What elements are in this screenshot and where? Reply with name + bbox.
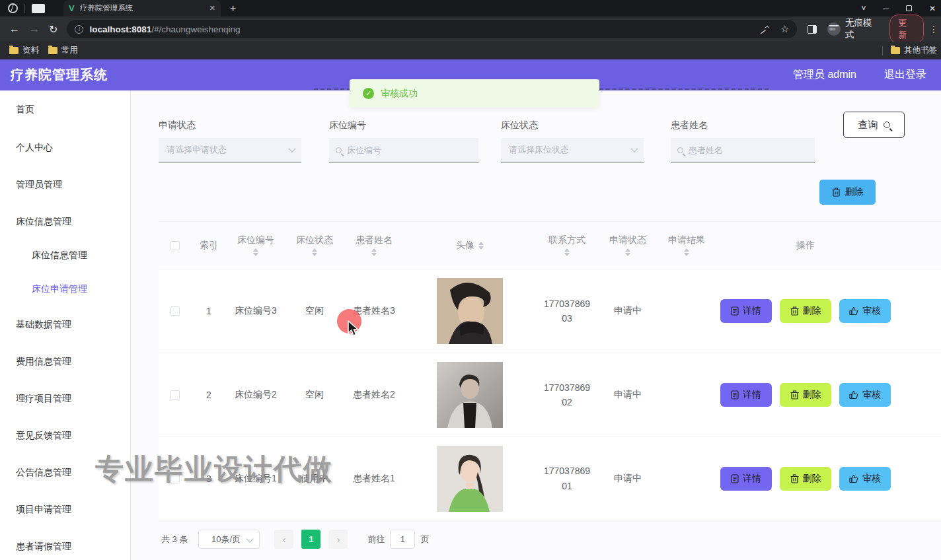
other-bookmarks[interactable]: 其他书签 bbox=[904, 45, 937, 56]
chevron-down-icon bbox=[630, 145, 638, 152]
success-check-icon: ✓ bbox=[363, 88, 374, 99]
search-icon bbox=[336, 147, 342, 153]
bed-no-input[interactable] bbox=[347, 145, 478, 155]
delete-button[interactable]: 删除 bbox=[780, 467, 831, 491]
browser-tab[interactable]: V 疗养院管理系统 ✕ bbox=[63, 0, 221, 17]
screen: V 疗养院管理系统 ✕ + ˅ ─ ✕ ← → ↻ i localhost:80… bbox=[0, 0, 941, 560]
detail-button[interactable]: 详情 bbox=[720, 383, 772, 407]
bookmark-item[interactable]: 常用 bbox=[61, 45, 78, 56]
trash-icon bbox=[832, 188, 841, 197]
goto-page-input[interactable]: 1 bbox=[390, 530, 415, 549]
address-bar[interactable]: i localhost:8081 /#/chaungweishenqing ⚊¬… bbox=[67, 20, 797, 38]
sort-icon[interactable] bbox=[684, 248, 689, 256]
new-tab-button[interactable]: + bbox=[230, 3, 236, 15]
trash-icon bbox=[790, 474, 799, 483]
window-menu-icon[interactable]: ˅ bbox=[861, 4, 866, 13]
browser-logo-icon[interactable] bbox=[8, 3, 18, 13]
col-avatar[interactable]: 头像 bbox=[404, 240, 535, 252]
sort-icon[interactable] bbox=[312, 248, 317, 256]
apply-status-select[interactable]: 请选择申请状态 bbox=[159, 138, 301, 162]
bookmark-item[interactable]: 资料 bbox=[22, 45, 39, 56]
sort-icon[interactable] bbox=[564, 248, 570, 256]
sidebar-item-therapy-project[interactable]: 理疗项目管理 bbox=[16, 393, 71, 405]
current-user[interactable]: 管理员 admin bbox=[793, 68, 856, 82]
prev-page-button[interactable]: ‹ bbox=[274, 530, 293, 549]
col-index[interactable]: 索引 bbox=[192, 240, 226, 252]
forward-icon[interactable]: → bbox=[29, 23, 40, 35]
review-button[interactable]: 审核 bbox=[839, 383, 891, 407]
sidebar-item-bed-apply[interactable]: 床位申请管理 bbox=[32, 283, 87, 295]
page-size-select[interactable]: 10条/页 bbox=[198, 530, 260, 549]
select-all-checkbox[interactable] bbox=[170, 241, 180, 250]
sidebar-item-bed-info[interactable]: 床位信息管理 bbox=[32, 250, 87, 262]
filter-label-bed-no: 床位编号 bbox=[329, 120, 366, 131]
delete-button[interactable]: 删除 bbox=[780, 299, 831, 323]
row-checkbox[interactable] bbox=[170, 390, 180, 400]
tab-title: 疗养院管理系统 bbox=[80, 3, 204, 13]
trash-icon bbox=[790, 306, 799, 316]
goto-label: 前往 bbox=[367, 534, 385, 545]
sidebar-item-announcement[interactable]: 公告信息管理 bbox=[16, 467, 71, 479]
tab-close-icon[interactable]: ✕ bbox=[209, 4, 215, 13]
watermark-text: 专业毕业设计代做 bbox=[95, 450, 333, 489]
password-key-icon[interactable]: ⚊¬ bbox=[757, 22, 771, 36]
patient-name-input-wrap[interactable] bbox=[671, 138, 815, 162]
avatar bbox=[437, 362, 503, 428]
window-minimize-icon[interactable]: ─ bbox=[883, 4, 889, 13]
sidebar-item-feedback[interactable]: 意见反馈管理 bbox=[16, 430, 71, 442]
browser-update-button[interactable]: 更新 bbox=[889, 15, 924, 44]
review-button[interactable]: 审核 bbox=[839, 467, 891, 491]
sidebar: 首页 个人中心 管理员管理 床位信息管理 床位信息管理 床位申请管理 基础数据管… bbox=[0, 90, 131, 560]
url-path: /#/chaungweishenqing bbox=[151, 24, 240, 34]
back-icon[interactable]: ← bbox=[9, 23, 20, 35]
browser-menu-icon[interactable]: ⋮ bbox=[929, 24, 938, 34]
col-bed-no[interactable]: 床位编号 bbox=[226, 234, 285, 256]
window-close-icon[interactable]: ✕ bbox=[929, 4, 936, 13]
review-button[interactable]: 审核 bbox=[839, 299, 891, 323]
sidebar-item-admin[interactable]: 管理员管理 bbox=[16, 179, 62, 191]
goto-suffix: 页 bbox=[420, 534, 429, 545]
table-row[interactable]: 1 床位编号3 空闲 患者姓名3 17703786903 申请中 详情 bbox=[159, 269, 941, 353]
detail-button[interactable]: 详情 bbox=[720, 299, 772, 323]
col-phone[interactable]: 联系方式 bbox=[535, 234, 599, 256]
sort-icon[interactable] bbox=[625, 248, 630, 256]
sort-icon[interactable] bbox=[371, 248, 377, 256]
site-info-icon[interactable]: i bbox=[75, 25, 83, 34]
logout-link[interactable]: 退出登录 bbox=[884, 68, 926, 82]
delete-button[interactable]: 删除 bbox=[780, 383, 831, 407]
sidebar-item-profile[interactable]: 个人中心 bbox=[16, 142, 53, 154]
bed-status-select[interactable]: 请选择床位状态 bbox=[501, 138, 644, 162]
pinned-tab-icon[interactable] bbox=[32, 4, 45, 13]
col-bed-status[interactable]: 床位状态 bbox=[285, 234, 344, 256]
incognito-label: 无痕模式 bbox=[845, 17, 880, 41]
sidebar-item-bed-info-group[interactable]: 床位信息管理 bbox=[16, 216, 71, 228]
thumb-up-icon bbox=[849, 474, 858, 483]
next-page-button[interactable]: › bbox=[328, 530, 348, 549]
col-apply-status[interactable]: 申请状态 bbox=[599, 234, 657, 256]
window-restore-icon[interactable] bbox=[906, 5, 912, 11]
table-row[interactable]: 2 床位编号2 空闲 患者姓名2 17703786902 申请中 详情 bbox=[159, 353, 941, 437]
reload-icon[interactable]: ↻ bbox=[49, 23, 57, 36]
current-page-button[interactable]: 1 bbox=[301, 530, 320, 549]
bed-no-input-wrap[interactable] bbox=[329, 138, 478, 162]
sort-icon[interactable] bbox=[253, 248, 258, 256]
col-patient-name[interactable]: 患者姓名 bbox=[344, 234, 404, 256]
sort-icon[interactable] bbox=[478, 242, 484, 250]
sidebar-item-home[interactable]: 首页 bbox=[16, 104, 34, 116]
query-button[interactable]: 查询 bbox=[843, 112, 905, 138]
chevron-down-icon bbox=[288, 145, 295, 152]
col-apply-result[interactable]: 申请结果 bbox=[657, 234, 716, 256]
mouse-cursor-icon bbox=[347, 320, 360, 337]
sidebar-item-project-apply[interactable]: 项目申请管理 bbox=[16, 504, 71, 516]
patient-name-input[interactable] bbox=[689, 145, 815, 155]
detail-button[interactable]: 详情 bbox=[720, 467, 772, 491]
side-panel-icon[interactable] bbox=[808, 25, 817, 34]
sidebar-item-base-data[interactable]: 基础数据管理 bbox=[16, 319, 71, 331]
folder-icon bbox=[891, 47, 900, 54]
row-checkbox[interactable] bbox=[170, 306, 180, 316]
sidebar-item-patient-leave[interactable]: 患者请假管理 bbox=[16, 541, 71, 553]
app-title: 疗养院管理系统 bbox=[11, 66, 108, 84]
bookmark-star-icon[interactable]: ☆ bbox=[780, 23, 789, 35]
bulk-delete-button[interactable]: 删除 bbox=[819, 180, 876, 205]
sidebar-item-fee-info[interactable]: 费用信息管理 bbox=[16, 356, 71, 368]
